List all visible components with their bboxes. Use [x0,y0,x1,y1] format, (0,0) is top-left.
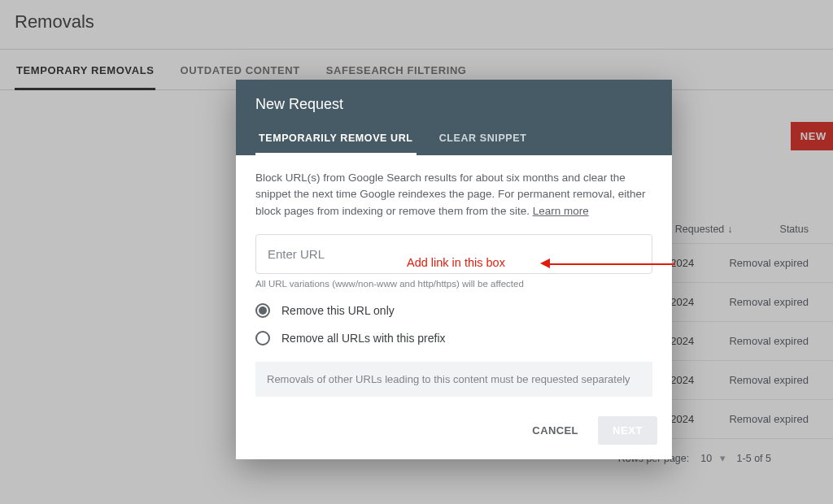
dialog-notice: Removals of other URLs leading to this c… [255,362,652,397]
radio-icon [255,303,270,318]
learn-more-link[interactable]: Learn more [533,205,589,217]
tab-clear-snippet[interactable]: CLEAR SNIPPET [436,133,530,155]
url-input[interactable] [255,234,652,274]
dialog-actions: CANCEL NEXT [236,405,672,459]
option-remove-this-url-only[interactable]: Remove this URL only [255,303,652,318]
tab-temporarily-remove-url[interactable]: TEMPORARILY REMOVE URL [255,133,416,155]
url-hint: All URL variations (www/non-www and http… [255,279,652,289]
dialog-body: Block URL(s) from Google Search results … [236,155,672,405]
cancel-button[interactable]: CANCEL [521,416,590,445]
dialog-title: New Request [255,96,652,113]
dialog-description: Block URL(s) from Google Search results … [255,170,652,219]
option-label: Remove this URL only [281,304,395,317]
option-label: Remove all URLs with this prefix [281,332,446,345]
dialog-header: New Request TEMPORARILY REMOVE URL CLEAR… [236,80,672,155]
dialog-tabs: TEMPORARILY REMOVE URL CLEAR SNIPPET [255,133,652,155]
option-remove-prefix[interactable]: Remove all URLs with this prefix [255,331,652,345]
next-button[interactable]: NEXT [598,416,657,445]
radio-icon [255,331,270,345]
removal-scope-options: Remove this URL only Remove all URLs wit… [255,303,652,345]
new-request-dialog: New Request TEMPORARILY REMOVE URL CLEAR… [236,80,672,459]
